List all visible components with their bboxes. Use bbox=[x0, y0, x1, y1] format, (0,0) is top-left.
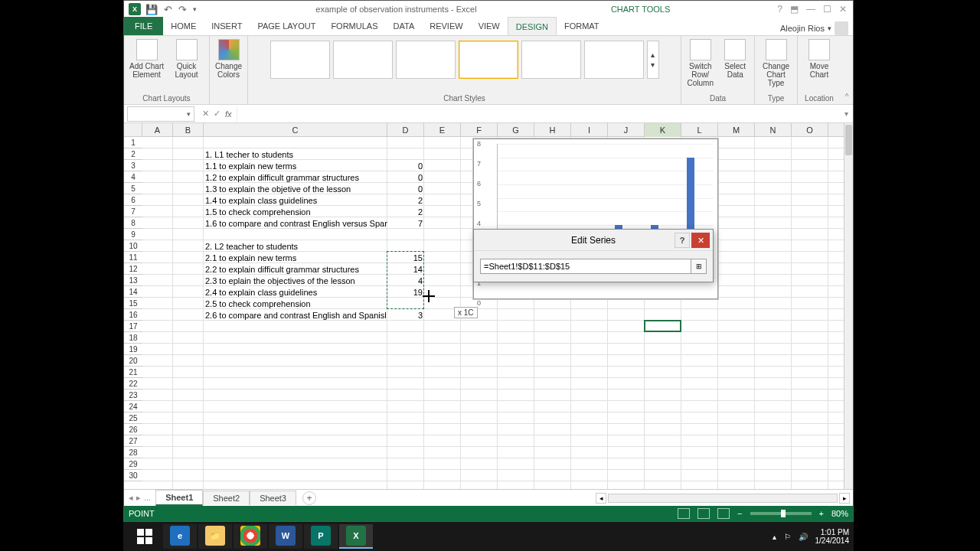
move-chart-button[interactable]: Move Chart bbox=[801, 37, 838, 79]
row-header-12[interactable]: 12 bbox=[124, 263, 142, 275]
zoom-in-icon[interactable]: + bbox=[819, 509, 824, 518]
quick-layout-button[interactable]: Quick Layout bbox=[168, 37, 205, 79]
minimize-icon[interactable]: — bbox=[806, 4, 815, 15]
sheet-tab-1[interactable]: Sheet1 bbox=[155, 490, 203, 506]
ribbon-display-icon[interactable]: ⬒ bbox=[790, 4, 799, 15]
scroll-thumb[interactable] bbox=[845, 125, 852, 155]
row-header-23[interactable]: 23 bbox=[124, 390, 142, 401]
tab-review[interactable]: REVIEW bbox=[422, 17, 470, 35]
row-header-9[interactable]: 9 bbox=[124, 229, 142, 240]
row-header-22[interactable]: 22 bbox=[124, 378, 142, 390]
tab-view[interactable]: VIEW bbox=[471, 17, 508, 35]
add-sheet-button[interactable]: + bbox=[302, 491, 316, 505]
row-header-27[interactable]: 27 bbox=[124, 435, 142, 447]
page-layout-view-icon[interactable] bbox=[697, 508, 710, 519]
tab-page-layout[interactable]: PAGE LAYOUT bbox=[250, 17, 323, 35]
taskbar-excel[interactable]: X bbox=[339, 524, 373, 549]
chart-style-2[interactable] bbox=[333, 41, 393, 79]
chart-style-4[interactable] bbox=[459, 41, 518, 79]
collapse-dialog-icon[interactable]: ⊞ bbox=[691, 259, 707, 274]
worksheet-grid[interactable]: ABCDEFGHIJKLMNO 123456789101112131415161… bbox=[124, 123, 853, 489]
cell-D16[interactable]: 3 bbox=[387, 309, 424, 321]
cell-D7[interactable]: 2 bbox=[387, 206, 424, 217]
tab-file[interactable]: FILE bbox=[124, 17, 163, 35]
column-header-C[interactable]: C bbox=[204, 123, 387, 137]
row-header-4[interactable]: 4 bbox=[124, 171, 142, 183]
taskbar-chrome[interactable] bbox=[234, 524, 267, 549]
add-chart-element-button[interactable]: Add Chart Element bbox=[129, 37, 165, 79]
cell-D3[interactable]: 0 bbox=[387, 160, 424, 171]
row-header-17[interactable]: 17 bbox=[124, 321, 142, 332]
row-header-20[interactable]: 20 bbox=[124, 355, 142, 367]
taskbar-explorer[interactable]: 📁 bbox=[198, 524, 232, 549]
taskbar-word[interactable]: W bbox=[269, 524, 302, 549]
save-icon[interactable]: 💾 bbox=[145, 4, 158, 15]
taskbar-ie[interactable]: e bbox=[163, 524, 197, 549]
row-header-21[interactable]: 21 bbox=[124, 367, 142, 378]
horizontal-scrollbar[interactable]: ◂ ▸ bbox=[596, 493, 853, 504]
dialog-close-button[interactable]: ✕ bbox=[691, 233, 710, 248]
column-header-G[interactable]: G bbox=[498, 123, 534, 137]
formula-input[interactable] bbox=[237, 106, 840, 122]
cell-C10[interactable]: 2. L2 teacher to students bbox=[204, 240, 449, 252]
row-header-24[interactable]: 24 bbox=[124, 401, 142, 412]
column-header-E[interactable]: E bbox=[424, 123, 461, 137]
page-break-view-icon[interactable] bbox=[717, 508, 730, 519]
normal-view-icon[interactable] bbox=[678, 508, 690, 519]
row-header-3[interactable]: 3 bbox=[124, 160, 142, 171]
cell-C2[interactable]: 1. L1 techer to students bbox=[204, 148, 449, 160]
taskbar-clock[interactable]: 1:01 PM 1/24/2014 bbox=[815, 528, 850, 545]
hscroll-left-icon[interactable]: ◂ bbox=[596, 493, 606, 504]
series-values-input[interactable] bbox=[480, 259, 691, 274]
cell-D8[interactable]: 7 bbox=[387, 217, 424, 229]
row-header-30[interactable]: 30 bbox=[124, 470, 142, 481]
column-header-F[interactable]: F bbox=[461, 123, 498, 137]
row-header-16[interactable]: 16 bbox=[124, 309, 142, 321]
select-data-button[interactable]: Select Data bbox=[720, 37, 752, 79]
cancel-formula-icon[interactable]: ✕ bbox=[202, 109, 209, 119]
column-header-N[interactable]: N bbox=[755, 123, 792, 137]
redo-icon[interactable]: ↷ bbox=[178, 4, 187, 15]
sheet-nav-more[interactable]: ... bbox=[144, 493, 151, 503]
sheet-tab-2[interactable]: Sheet2 bbox=[203, 491, 250, 505]
column-header-D[interactable]: D bbox=[387, 123, 424, 137]
tab-insert[interactable]: INSERT bbox=[204, 17, 250, 35]
start-button[interactable] bbox=[128, 524, 162, 549]
chart-style-1[interactable] bbox=[270, 41, 330, 79]
tab-formulas[interactable]: FORMULAS bbox=[323, 17, 385, 35]
row-header-1[interactable]: 1 bbox=[124, 137, 142, 148]
tab-data[interactable]: DATA bbox=[386, 17, 423, 35]
undo-icon[interactable]: ↶ bbox=[164, 4, 172, 15]
account-menu[interactable]: Aleojin Rios ▾ bbox=[780, 21, 853, 35]
select-all-corner[interactable] bbox=[124, 123, 142, 137]
chart-style-3[interactable] bbox=[396, 41, 456, 79]
dialog-help-button[interactable]: ? bbox=[675, 233, 690, 248]
tray-flag-icon[interactable]: ⚐ bbox=[784, 533, 791, 541]
row-header-25[interactable]: 25 bbox=[124, 412, 142, 424]
zoom-slider[interactable] bbox=[750, 512, 812, 515]
row-header-2[interactable]: 2 bbox=[124, 148, 142, 160]
hscroll-right-icon[interactable]: ▸ bbox=[839, 493, 850, 504]
sheet-nav-next-icon[interactable]: ▸ bbox=[136, 493, 141, 503]
column-header-I[interactable]: I bbox=[571, 123, 608, 137]
sheet-nav-prev-icon[interactable]: ◂ bbox=[129, 493, 133, 503]
row-header-29[interactable]: 29 bbox=[124, 458, 142, 470]
row-header-19[interactable]: 19 bbox=[124, 344, 142, 355]
sheet-tab-3[interactable]: Sheet3 bbox=[250, 491, 296, 505]
collapse-ribbon-icon[interactable]: ^ bbox=[841, 36, 853, 104]
fx-icon[interactable]: fx bbox=[225, 109, 232, 119]
vertical-scrollbar[interactable] bbox=[844, 123, 853, 489]
expand-formula-icon[interactable]: ▾ bbox=[840, 109, 853, 118]
column-header-M[interactable]: M bbox=[718, 123, 755, 137]
tab-design[interactable]: DESIGN bbox=[508, 17, 557, 35]
column-header-K[interactable]: K bbox=[645, 123, 681, 137]
column-header-B[interactable]: B bbox=[173, 123, 204, 137]
chart-styles-more[interactable]: ▴▾ bbox=[647, 41, 659, 79]
row-header-14[interactable]: 14 bbox=[124, 286, 142, 298]
system-tray[interactable]: ▴ ⚐ 🔊 1:01 PM 1/24/2014 bbox=[773, 528, 850, 545]
column-header-H[interactable]: H bbox=[534, 123, 571, 137]
row-header-15[interactable]: 15 bbox=[124, 298, 142, 309]
row-header-13[interactable]: 13 bbox=[124, 275, 142, 286]
name-box[interactable]: ▾ bbox=[127, 106, 194, 122]
chart-style-5[interactable] bbox=[521, 41, 581, 79]
